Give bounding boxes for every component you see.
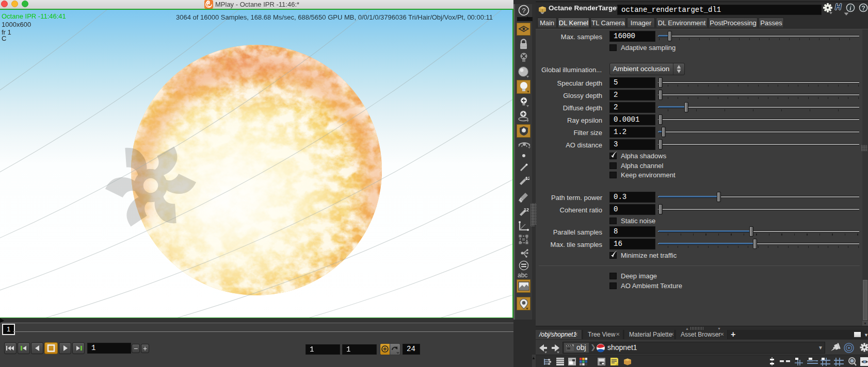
svg-text:12: 12 — [524, 207, 529, 212]
svg-text:12: 12 — [525, 176, 529, 181]
svg-text:?: ? — [522, 7, 525, 14]
svg-text:?: ? — [861, 5, 865, 12]
